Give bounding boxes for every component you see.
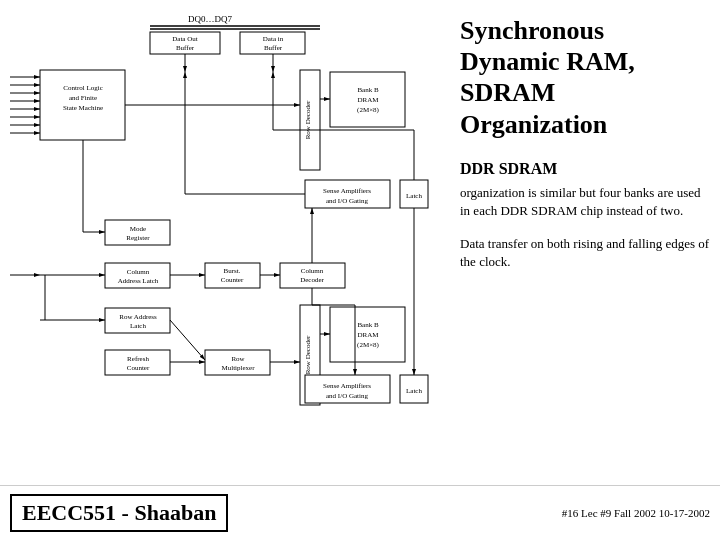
- text-area: Synchronous Dynamic RAM, SDRAM Organizat…: [450, 0, 720, 480]
- svg-text:Counter: Counter: [221, 276, 244, 284]
- svg-text:State Machine: State Machine: [63, 104, 103, 112]
- svg-text:DQ0…DQ7: DQ0…DQ7: [188, 14, 232, 24]
- ddr-paragraph2: Data transfer on both rising and falling…: [460, 235, 710, 271]
- svg-text:Bank B: Bank B: [357, 86, 379, 94]
- svg-text:Multiplexer: Multiplexer: [221, 364, 255, 372]
- sdram-diagram: DQ0…DQ7 Data Out Buffer Data in Buffer C…: [10, 10, 450, 470]
- title-line4: Organization: [460, 110, 607, 139]
- svg-text:Decoder: Decoder: [300, 276, 324, 284]
- course-title: EECC551 - Shaaban: [10, 494, 228, 532]
- svg-text:Sense Amplifiers: Sense Amplifiers: [323, 187, 371, 195]
- svg-text:(2M×8): (2M×8): [357, 341, 380, 349]
- ddr-paragraph1: organization is similar but four banks a…: [460, 184, 710, 220]
- svg-text:Control Logic: Control Logic: [63, 84, 102, 92]
- diagram-area: DQ0…DQ7 Data Out Buffer Data in Buffer C…: [0, 0, 450, 480]
- svg-text:Row Decoder: Row Decoder: [304, 335, 312, 374]
- svg-text:Sense Amplifiers: Sense Amplifiers: [323, 382, 371, 390]
- svg-text:Register: Register: [126, 234, 150, 242]
- svg-text:Data Out: Data Out: [172, 35, 198, 43]
- svg-text:and I/O Gating: and I/O Gating: [326, 197, 368, 205]
- svg-text:Row Address: Row Address: [119, 313, 157, 321]
- main-title: Synchronous Dynamic RAM, SDRAM Organizat…: [460, 15, 710, 140]
- ddr-heading: DDR SDRAM: [460, 160, 710, 178]
- footer: EECC551 - Shaaban #16 Lec #9 Fall 2002 1…: [0, 485, 720, 540]
- svg-text:and Finite: and Finite: [69, 94, 97, 102]
- title-line2: Dynamic RAM,: [460, 47, 635, 76]
- svg-text:Bank B: Bank B: [357, 321, 379, 329]
- svg-text:Address Latch: Address Latch: [118, 277, 159, 285]
- svg-text:Burst.: Burst.: [224, 267, 241, 275]
- title-line3: SDRAM: [460, 78, 555, 107]
- svg-text:Latch: Latch: [130, 322, 146, 330]
- title-line1: Synchronous: [460, 16, 604, 45]
- svg-line-79: [170, 320, 205, 360]
- svg-text:DRAM: DRAM: [357, 331, 379, 339]
- svg-text:DRAM: DRAM: [357, 96, 379, 104]
- svg-text:Buffer: Buffer: [264, 44, 283, 52]
- svg-text:Refresh: Refresh: [127, 355, 149, 363]
- svg-text:and I/O Gating: and I/O Gating: [326, 392, 368, 400]
- svg-text:Row: Row: [231, 355, 245, 363]
- svg-text:(2M×8): (2M×8): [357, 106, 380, 114]
- svg-text:Latch: Latch: [406, 387, 422, 395]
- svg-text:Row Decoder: Row Decoder: [304, 100, 312, 139]
- footer-ref: #16 Lec #9 Fall 2002 10-17-2002: [562, 507, 710, 519]
- svg-text:Mode: Mode: [130, 225, 146, 233]
- svg-text:Column: Column: [127, 268, 150, 276]
- svg-text:Buffer: Buffer: [176, 44, 195, 52]
- svg-text:Latch: Latch: [406, 192, 422, 200]
- svg-text:Column: Column: [301, 267, 324, 275]
- svg-text:Data in: Data in: [263, 35, 284, 43]
- svg-text:Counter: Counter: [127, 364, 150, 372]
